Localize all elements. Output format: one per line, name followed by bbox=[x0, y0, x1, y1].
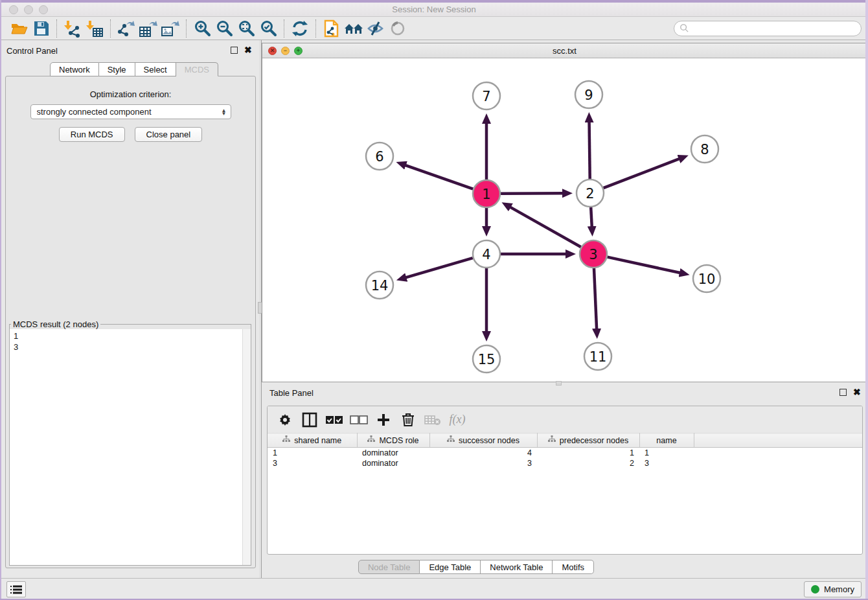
table-row[interactable]: 3dominator323 bbox=[268, 458, 862, 468]
network-maximize-button[interactable]: + bbox=[294, 47, 303, 55]
import-network-icon[interactable] bbox=[62, 19, 84, 38]
toolbar-separator bbox=[110, 19, 111, 38]
task-history-button[interactable] bbox=[6, 581, 26, 597]
table-row[interactable]: 1dominator411 bbox=[268, 448, 862, 458]
cell-predecessor-nodes[interactable]: 2 bbox=[537, 458, 639, 468]
deselect-all-icon[interactable] bbox=[348, 410, 370, 430]
control-panel-tab-network[interactable]: Network bbox=[50, 62, 99, 76]
mcds-result-text[interactable]: 1 3 bbox=[10, 329, 251, 565]
graph-node-10[interactable]: 10 bbox=[693, 265, 720, 292]
export-image-icon[interactable] bbox=[159, 19, 181, 38]
network-resize-grip[interactable] bbox=[556, 381, 562, 386]
network-canvas[interactable]: 7968124314101511 bbox=[262, 58, 867, 382]
zoom-out-icon[interactable] bbox=[213, 19, 235, 38]
graph-node-4[interactable]: 4 bbox=[473, 240, 500, 268]
import-table-icon[interactable] bbox=[84, 19, 106, 38]
graph-node-11[interactable]: 11 bbox=[584, 343, 611, 370]
column-header-MCDS-role[interactable]: MCDS role bbox=[357, 433, 429, 448]
cell-successor-nodes[interactable]: 4 bbox=[429, 448, 537, 458]
cell-MCDS-role[interactable]: dominator bbox=[357, 458, 429, 468]
control-panel-tab-select[interactable]: Select bbox=[135, 62, 176, 76]
add-column-icon[interactable] bbox=[372, 410, 394, 430]
edge-2-3[interactable] bbox=[591, 207, 592, 227]
graph-node-14[interactable]: 14 bbox=[366, 271, 393, 299]
cell-name[interactable]: 1 bbox=[639, 448, 694, 458]
search-input[interactable] bbox=[674, 21, 862, 36]
save-session-icon[interactable] bbox=[30, 19, 52, 38]
open-session-icon[interactable] bbox=[8, 19, 30, 38]
network-window-titlebar[interactable]: ✕ − + scc.txt bbox=[262, 43, 867, 58]
edge-3-1[interactable] bbox=[510, 207, 581, 247]
column-header-shared-name[interactable]: shared name bbox=[268, 433, 357, 448]
graph-node-15[interactable]: 15 bbox=[473, 345, 500, 373]
table-toolbar: f(x) bbox=[268, 406, 862, 433]
zoom-selected-icon[interactable] bbox=[257, 19, 279, 38]
edge-3-10[interactable] bbox=[607, 257, 680, 273]
float-table-panel-icon[interactable] bbox=[839, 389, 847, 396]
cell-name[interactable]: 3 bbox=[639, 458, 694, 468]
edge-2-8[interactable] bbox=[604, 159, 680, 188]
graph-node-1[interactable]: 1 bbox=[473, 180, 500, 207]
select-all-icon[interactable] bbox=[323, 410, 345, 430]
edge-4-14[interactable] bbox=[405, 258, 473, 277]
graph-node-8[interactable]: 8 bbox=[691, 135, 718, 163]
graph-node-9[interactable]: 9 bbox=[575, 81, 602, 108]
close-panel-icon[interactable]: ✖ bbox=[244, 47, 252, 54]
edge-3-11[interactable] bbox=[594, 268, 597, 330]
close-table-panel-icon[interactable]: ✖ bbox=[853, 389, 861, 396]
list-icon bbox=[10, 585, 22, 594]
graph-node-6[interactable]: 6 bbox=[366, 143, 393, 170]
export-network-icon[interactable] bbox=[115, 19, 137, 38]
cell-filler bbox=[694, 448, 862, 458]
delete-column-icon[interactable] bbox=[397, 410, 419, 430]
network-minimize-button[interactable]: − bbox=[281, 47, 290, 55]
column-header-predecessor-nodes[interactable]: predecessor nodes bbox=[537, 433, 639, 448]
optimization-criterion-select[interactable]: strongly connected component ▲▼ bbox=[30, 104, 231, 119]
edge-1-6[interactable] bbox=[405, 165, 474, 189]
hierarchy-icon bbox=[282, 435, 290, 445]
table-panel-window-buttons: ✖ bbox=[839, 389, 861, 396]
table-tab-network-table[interactable]: Network Table bbox=[481, 560, 553, 574]
cell-successor-nodes[interactable]: 3 bbox=[429, 458, 537, 468]
edge-1-2[interactable] bbox=[501, 193, 564, 194]
first-neighbors-icon[interactable] bbox=[289, 19, 311, 38]
table-tab-motifs[interactable]: Motifs bbox=[553, 560, 594, 574]
result-scrollbar[interactable] bbox=[242, 329, 251, 565]
memory-status-icon bbox=[811, 585, 819, 594]
control-panel-tab-style[interactable]: Style bbox=[99, 62, 135, 76]
zoom-in-icon[interactable] bbox=[191, 19, 213, 38]
show-all-networks-icon[interactable] bbox=[343, 19, 365, 38]
cell-shared-name[interactable]: 1 bbox=[268, 448, 357, 458]
table-tab-node-table[interactable]: Node Table bbox=[358, 560, 420, 574]
toggle-visibility-icon[interactable] bbox=[387, 19, 409, 38]
column-settings-icon[interactable] bbox=[274, 410, 296, 430]
duplicate-network-icon[interactable] bbox=[321, 19, 343, 38]
float-panel-icon[interactable] bbox=[231, 47, 238, 54]
function-builder-icon: f(x) bbox=[446, 410, 468, 430]
memory-button[interactable]: Memory bbox=[804, 581, 862, 597]
search-icon bbox=[680, 23, 689, 33]
cell-shared-name[interactable]: 3 bbox=[268, 458, 357, 468]
graph-node-2[interactable]: 2 bbox=[577, 179, 604, 207]
cell-MCDS-role[interactable]: dominator bbox=[357, 448, 429, 458]
network-close-button[interactable]: ✕ bbox=[268, 47, 277, 55]
column-header-successor-nodes[interactable]: successor nodes bbox=[429, 433, 537, 448]
panel-mode-icon[interactable] bbox=[299, 410, 321, 430]
hide-selected-icon[interactable] bbox=[365, 19, 387, 38]
window-frame-left bbox=[0, 0, 1, 600]
control-panel-tab-mcds[interactable]: MCDS bbox=[176, 62, 218, 76]
zoom-fit-icon[interactable] bbox=[235, 19, 257, 38]
graph-node-3[interactable]: 3 bbox=[580, 240, 607, 268]
table-tab-edge-table[interactable]: Edge Table bbox=[420, 560, 481, 574]
run-mcds-button[interactable]: Run MCDS bbox=[59, 127, 125, 142]
cell-predecessor-nodes[interactable]: 1 bbox=[537, 448, 639, 458]
export-table-icon[interactable] bbox=[137, 19, 159, 38]
hierarchy-icon bbox=[548, 435, 556, 445]
svg-text:10: 10 bbox=[698, 271, 716, 287]
column-header-name[interactable]: name bbox=[639, 433, 694, 448]
column-header-filler bbox=[694, 433, 862, 448]
window-frame-top bbox=[0, 0, 868, 3]
graph-node-7[interactable]: 7 bbox=[473, 82, 500, 110]
close-panel-button[interactable]: Close panel bbox=[135, 127, 203, 142]
edge-2-9[interactable] bbox=[589, 121, 590, 179]
